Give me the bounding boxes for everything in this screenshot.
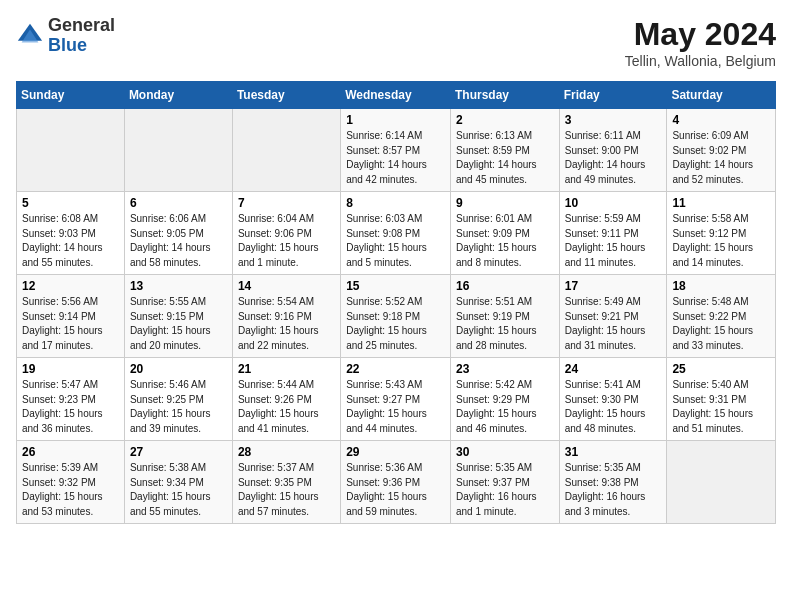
day-info: Sunrise: 5:41 AMSunset: 9:30 PMDaylight:… [565,378,662,436]
weekday-header-sunday: Sunday [17,82,125,109]
day-number: 16 [456,279,554,293]
day-info: Sunrise: 5:54 AMSunset: 9:16 PMDaylight:… [238,295,335,353]
calendar-cell: 11Sunrise: 5:58 AMSunset: 9:12 PMDayligh… [667,192,776,275]
calendar-cell: 20Sunrise: 5:46 AMSunset: 9:25 PMDayligh… [124,358,232,441]
day-info: Sunrise: 6:06 AMSunset: 9:05 PMDaylight:… [130,212,227,270]
day-number: 2 [456,113,554,127]
day-number: 22 [346,362,445,376]
calendar-cell: 5Sunrise: 6:08 AMSunset: 9:03 PMDaylight… [17,192,125,275]
day-number: 19 [22,362,119,376]
calendar-week-2: 5Sunrise: 6:08 AMSunset: 9:03 PMDaylight… [17,192,776,275]
day-info: Sunrise: 6:14 AMSunset: 8:57 PMDaylight:… [346,129,445,187]
day-info: Sunrise: 5:35 AMSunset: 9:38 PMDaylight:… [565,461,662,519]
logo-general-text: General [48,15,115,35]
calendar-cell [124,109,232,192]
calendar-cell: 27Sunrise: 5:38 AMSunset: 9:34 PMDayligh… [124,441,232,524]
title-block: May 2024 Tellin, Wallonia, Belgium [625,16,776,69]
day-number: 6 [130,196,227,210]
calendar-cell: 14Sunrise: 5:54 AMSunset: 9:16 PMDayligh… [232,275,340,358]
calendar-cell: 2Sunrise: 6:13 AMSunset: 8:59 PMDaylight… [450,109,559,192]
calendar-cell: 13Sunrise: 5:55 AMSunset: 9:15 PMDayligh… [124,275,232,358]
month-year-title: May 2024 [625,16,776,53]
calendar-cell: 6Sunrise: 6:06 AMSunset: 9:05 PMDaylight… [124,192,232,275]
day-number: 17 [565,279,662,293]
day-number: 5 [22,196,119,210]
calendar-cell: 9Sunrise: 6:01 AMSunset: 9:09 PMDaylight… [450,192,559,275]
calendar-week-4: 19Sunrise: 5:47 AMSunset: 9:23 PMDayligh… [17,358,776,441]
day-info: Sunrise: 5:37 AMSunset: 9:35 PMDaylight:… [238,461,335,519]
day-number: 18 [672,279,770,293]
calendar-week-1: 1Sunrise: 6:14 AMSunset: 8:57 PMDaylight… [17,109,776,192]
calendar-table: SundayMondayTuesdayWednesdayThursdayFrid… [16,81,776,524]
day-info: Sunrise: 6:08 AMSunset: 9:03 PMDaylight:… [22,212,119,270]
day-info: Sunrise: 6:11 AMSunset: 9:00 PMDaylight:… [565,129,662,187]
weekday-header-thursday: Thursday [450,82,559,109]
day-number: 1 [346,113,445,127]
weekday-header-friday: Friday [559,82,667,109]
calendar-cell: 25Sunrise: 5:40 AMSunset: 9:31 PMDayligh… [667,358,776,441]
calendar-cell: 3Sunrise: 6:11 AMSunset: 9:00 PMDaylight… [559,109,667,192]
calendar-cell: 7Sunrise: 6:04 AMSunset: 9:06 PMDaylight… [232,192,340,275]
logo: General Blue [16,16,115,56]
weekday-header-tuesday: Tuesday [232,82,340,109]
calendar-cell: 22Sunrise: 5:43 AMSunset: 9:27 PMDayligh… [341,358,451,441]
weekday-header-monday: Monday [124,82,232,109]
weekday-header-saturday: Saturday [667,82,776,109]
day-number: 4 [672,113,770,127]
day-info: Sunrise: 5:44 AMSunset: 9:26 PMDaylight:… [238,378,335,436]
day-info: Sunrise: 6:13 AMSunset: 8:59 PMDaylight:… [456,129,554,187]
day-info: Sunrise: 5:59 AMSunset: 9:11 PMDaylight:… [565,212,662,270]
calendar-cell: 1Sunrise: 6:14 AMSunset: 8:57 PMDaylight… [341,109,451,192]
calendar-cell: 16Sunrise: 5:51 AMSunset: 9:19 PMDayligh… [450,275,559,358]
weekday-header-row: SundayMondayTuesdayWednesdayThursdayFrid… [17,82,776,109]
day-info: Sunrise: 5:49 AMSunset: 9:21 PMDaylight:… [565,295,662,353]
day-info: Sunrise: 5:46 AMSunset: 9:25 PMDaylight:… [130,378,227,436]
day-info: Sunrise: 5:48 AMSunset: 9:22 PMDaylight:… [672,295,770,353]
day-info: Sunrise: 5:58 AMSunset: 9:12 PMDaylight:… [672,212,770,270]
calendar-cell [17,109,125,192]
day-number: 15 [346,279,445,293]
day-info: Sunrise: 5:39 AMSunset: 9:32 PMDaylight:… [22,461,119,519]
calendar-cell: 29Sunrise: 5:36 AMSunset: 9:36 PMDayligh… [341,441,451,524]
day-info: Sunrise: 6:01 AMSunset: 9:09 PMDaylight:… [456,212,554,270]
day-number: 25 [672,362,770,376]
calendar-cell: 23Sunrise: 5:42 AMSunset: 9:29 PMDayligh… [450,358,559,441]
day-number: 13 [130,279,227,293]
calendar-cell: 28Sunrise: 5:37 AMSunset: 9:35 PMDayligh… [232,441,340,524]
day-number: 3 [565,113,662,127]
day-number: 28 [238,445,335,459]
day-info: Sunrise: 5:52 AMSunset: 9:18 PMDaylight:… [346,295,445,353]
day-number: 24 [565,362,662,376]
calendar-cell: 18Sunrise: 5:48 AMSunset: 9:22 PMDayligh… [667,275,776,358]
day-number: 31 [565,445,662,459]
day-number: 20 [130,362,227,376]
day-number: 12 [22,279,119,293]
calendar-cell: 4Sunrise: 6:09 AMSunset: 9:02 PMDaylight… [667,109,776,192]
day-number: 8 [346,196,445,210]
calendar-week-5: 26Sunrise: 5:39 AMSunset: 9:32 PMDayligh… [17,441,776,524]
day-info: Sunrise: 6:04 AMSunset: 9:06 PMDaylight:… [238,212,335,270]
day-info: Sunrise: 5:38 AMSunset: 9:34 PMDaylight:… [130,461,227,519]
logo-blue-text: Blue [48,35,87,55]
day-number: 10 [565,196,662,210]
day-info: Sunrise: 5:47 AMSunset: 9:23 PMDaylight:… [22,378,119,436]
weekday-header-wednesday: Wednesday [341,82,451,109]
day-info: Sunrise: 6:03 AMSunset: 9:08 PMDaylight:… [346,212,445,270]
page-header: General Blue May 2024 Tellin, Wallonia, … [16,16,776,69]
calendar-cell [667,441,776,524]
day-number: 11 [672,196,770,210]
day-info: Sunrise: 5:55 AMSunset: 9:15 PMDaylight:… [130,295,227,353]
day-number: 29 [346,445,445,459]
day-number: 26 [22,445,119,459]
calendar-cell: 17Sunrise: 5:49 AMSunset: 9:21 PMDayligh… [559,275,667,358]
day-info: Sunrise: 5:35 AMSunset: 9:37 PMDaylight:… [456,461,554,519]
calendar-cell: 19Sunrise: 5:47 AMSunset: 9:23 PMDayligh… [17,358,125,441]
calendar-cell: 12Sunrise: 5:56 AMSunset: 9:14 PMDayligh… [17,275,125,358]
day-number: 27 [130,445,227,459]
calendar-cell [232,109,340,192]
calendar-week-3: 12Sunrise: 5:56 AMSunset: 9:14 PMDayligh… [17,275,776,358]
calendar-cell: 15Sunrise: 5:52 AMSunset: 9:18 PMDayligh… [341,275,451,358]
day-info: Sunrise: 5:36 AMSunset: 9:36 PMDaylight:… [346,461,445,519]
day-info: Sunrise: 5:42 AMSunset: 9:29 PMDaylight:… [456,378,554,436]
calendar-cell: 24Sunrise: 5:41 AMSunset: 9:30 PMDayligh… [559,358,667,441]
